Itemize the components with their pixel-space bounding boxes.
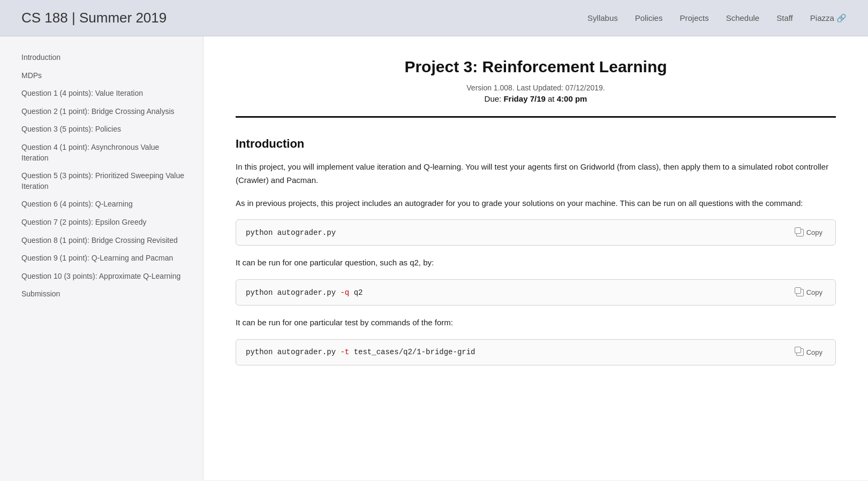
site-title-cs: CS 188 [21, 10, 68, 26]
sidebar-item-q3[interactable]: Question 3 (5 points): Policies [21, 124, 187, 135]
sidebar-item-introduction[interactable]: Introduction [21, 52, 187, 63]
due-prefix: Due: [485, 94, 504, 103]
code-3-flag: -t [340, 348, 349, 356]
intro-paragraph-4: It can be run for one particular test by… [236, 316, 836, 330]
copy-button-1[interactable]: Copy [793, 227, 826, 238]
due-at: at [546, 94, 557, 103]
intro-paragraph-1: In this project, you will implement valu… [236, 161, 836, 187]
code-block-1: python autograder.py Copy [236, 219, 836, 246]
site-title: CS 188 | Summer 2019 [21, 10, 167, 26]
sidebar-item-q1[interactable]: Question 1 (4 points): Value Iteration [21, 88, 187, 99]
nav-projects[interactable]: Projects [680, 13, 708, 22]
code-block-3: python autograder.py -t test_cases/q2/1-… [236, 339, 836, 365]
page-title: Project 3: Reinforcement Learning [236, 58, 836, 76]
copy-icon-2 [796, 289, 804, 296]
page-due: Due: Friday 7/19 at 4:00 pm [236, 94, 836, 103]
site-title-semester: | Summer 2019 [68, 10, 167, 26]
sidebar-item-q10[interactable]: Question 10 (3 points): Approximate Q-Le… [21, 271, 187, 282]
sidebar-item-q2[interactable]: Question 2 (1 point): Bridge Crossing An… [21, 106, 187, 117]
nav-piazza[interactable]: Piazza 🔗 [810, 13, 847, 23]
copy-label-2: Copy [806, 288, 822, 296]
due-date: Friday 7/19 [503, 94, 545, 103]
code-block-2: python autograder.py -q q2 Copy [236, 279, 836, 306]
header: CS 188 | Summer 2019 Syllabus Policies P… [0, 0, 868, 36]
sidebar-item-q5[interactable]: Question 5 (3 points): Prioritized Sweep… [21, 171, 187, 192]
sidebar-item-submission[interactable]: Submission [21, 289, 187, 300]
page-version: Version 1.008. Last Updated: 07/12/2019. [236, 83, 836, 92]
copy-button-2[interactable]: Copy [793, 287, 826, 297]
sidebar-item-q4[interactable]: Question 4 (1 point): Asynchronous Value… [21, 142, 187, 163]
intro-paragraph-3: It can be run for one particular questio… [236, 256, 836, 270]
sidebar: Introduction MDPs Question 1 (4 points):… [0, 36, 203, 480]
sidebar-item-q8[interactable]: Question 8 (1 point): Bridge Crossing Re… [21, 235, 187, 246]
main-content: Project 3: Reinforcement Learning Versio… [203, 36, 868, 480]
divider [236, 116, 836, 118]
nav-syllabus[interactable]: Syllabus [587, 13, 618, 22]
code-3: python autograder.py -t test_cases/q2/1-… [246, 348, 475, 356]
copy-label-1: Copy [806, 228, 822, 236]
intro-paragraph-2: As in previous projects, this project in… [236, 197, 836, 210]
nav-schedule[interactable]: Schedule [726, 13, 760, 22]
copy-icon-1 [796, 229, 804, 236]
page-layout: Introduction MDPs Question 1 (4 points):… [0, 36, 868, 480]
nav-staff[interactable]: Staff [776, 13, 793, 22]
copy-button-3[interactable]: Copy [793, 347, 826, 357]
nav-policies[interactable]: Policies [635, 13, 663, 22]
sidebar-item-mdps[interactable]: MDPs [21, 71, 187, 81]
code-2-flag: -q [340, 288, 349, 297]
code-2: python autograder.py -q q2 [246, 288, 363, 297]
sidebar-item-q6[interactable]: Question 6 (4 points): Q-Learning [21, 199, 187, 210]
sidebar-item-q7[interactable]: Question 7 (2 points): Epsilon Greedy [21, 217, 187, 228]
main-nav: Syllabus Policies Projects Schedule Staf… [587, 13, 847, 23]
copy-label-3: Copy [806, 348, 822, 356]
copy-icon-3 [796, 348, 804, 356]
section-introduction-title: Introduction [236, 137, 836, 151]
due-time: 4:00 pm [557, 94, 587, 103]
code-1: python autograder.py [246, 228, 336, 237]
sidebar-item-q9[interactable]: Question 9 (1 point): Q-Learning and Pac… [21, 253, 187, 264]
